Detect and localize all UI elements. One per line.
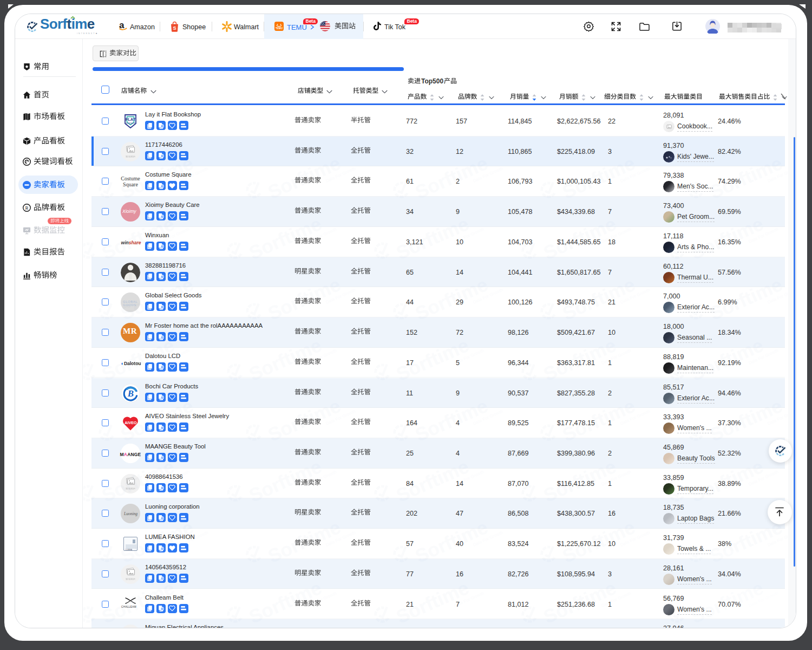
svg-text:S: S xyxy=(173,25,176,31)
svg-text:BOOKSHOP: BOOKSHOP xyxy=(126,122,135,125)
svg-text:FLAT: FLAT xyxy=(126,117,136,122)
svg-text:AIVEO: AIVEO xyxy=(125,420,137,425)
svg-text:B: B xyxy=(127,388,134,399)
svg-text:R: R xyxy=(25,205,29,211)
svg-text:TEMU: TEMU xyxy=(276,27,283,30)
